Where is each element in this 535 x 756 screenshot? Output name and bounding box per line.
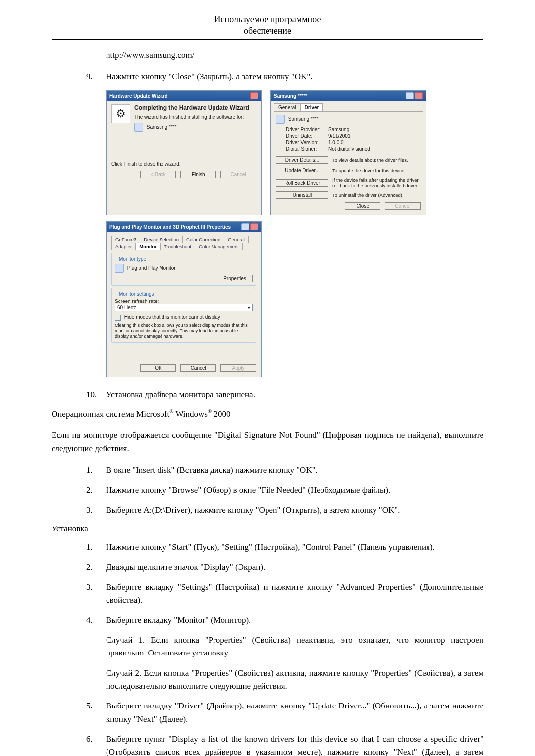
listB-3-text: Выберите вкладку "Settings" (Настройка) …: [106, 581, 483, 607]
listA-1-number: 1.: [52, 464, 106, 477]
listA-1-text: В окне "Insert disk" (Вставка диска) наж…: [106, 464, 483, 477]
monitor-type-group: Monitor type Plug and Play Monitor Prope…: [111, 253, 256, 286]
listA-1: 1. В окне "Insert disk" (Вставка диска) …: [52, 464, 483, 477]
listB-4: 4. Выберите вкладку "Monitor" (Монитор).…: [52, 614, 483, 693]
wizard-big-icon: ⚙: [111, 104, 130, 123]
listB-5-text: Выберите вкладку "Driver" (Драйвер), наж…: [106, 700, 483, 726]
date-value: 9/11/2001: [328, 133, 421, 139]
listB-3-number: 3.: [52, 581, 106, 607]
step-9: 9. Нажмите кнопку "Close" (Закрыть), а з…: [52, 70, 483, 83]
listA-3: 3. Выберите A:(D:\Driver), нажмите кнопк…: [52, 504, 483, 517]
step-10: 10. Установка драйвера монитора завершен…: [52, 388, 483, 401]
close-button[interactable]: Close: [345, 202, 380, 210]
wizard-titlebar: Hardware Update Wizard: [107, 91, 261, 101]
header-line2: обеспечение: [244, 26, 291, 36]
listB-2-number: 2.: [52, 561, 106, 574]
close-icon[interactable]: [250, 92, 258, 99]
rollback-driver-desc: If the device fails after updating the d…: [332, 177, 421, 188]
close-icon[interactable]: [415, 92, 423, 99]
listB-3: 3. Выберите вкладку "Settings" (Настройк…: [52, 581, 483, 607]
tab-device-selection[interactable]: Device Selection: [140, 236, 183, 243]
listB-1-number: 1.: [52, 541, 106, 554]
listB-6-text: Выберите пункт "Display a list of the kn…: [106, 733, 483, 756]
driver-tabbar: General Driver: [274, 103, 423, 112]
tab-color-management[interactable]: Color Management: [195, 243, 243, 250]
hide-modes-checkbox[interactable]: [115, 315, 121, 321]
close-icon[interactable]: [250, 223, 258, 230]
step-10-text: Установка драйвера монитора завершена.: [106, 388, 483, 401]
listB-4-number: 4.: [52, 614, 106, 693]
listA-2: 2. Нажмите кнопку "Browse" (Обзор) в окн…: [52, 484, 483, 497]
os-windows: Windows: [173, 409, 207, 418]
dsnf-intro: Если на мониторе отображается сообщение …: [52, 429, 483, 455]
hide-modes-label: Hide modes that this monitor cannot disp…: [124, 314, 220, 320]
back-button: < Back: [140, 171, 176, 178]
version-value: 1.0.0.0: [328, 140, 421, 145]
listB-2: 2. Дважды щелкните значок "Display" (Экр…: [52, 561, 483, 574]
refresh-rate-label: Screen refresh rate:: [115, 299, 253, 304]
monitor-tabbar: GeForce3 Device Selection Color Correcti…: [111, 236, 256, 250]
driver-device: Samsung ****: [288, 116, 319, 122]
listB-6-number: 6.: [52, 733, 106, 756]
listA-3-text: Выберите A:(D:\Driver), нажмите кнопку "…: [106, 504, 483, 517]
wizard-heading: Completing the Hardware Update Wizard: [134, 104, 256, 111]
update-driver-button[interactable]: Update Driver...: [276, 167, 328, 174]
refresh-rate-dropdown[interactable]: 60 Hertz ▾: [115, 304, 253, 311]
os-2000: 2000: [212, 409, 230, 418]
monitor-icon: [134, 123, 143, 132]
tab-monitor[interactable]: Monitor: [135, 243, 160, 250]
dialog-row: Hardware Update Wizard ⚙ Completing the …: [106, 90, 483, 215]
ok-button[interactable]: OK: [140, 364, 176, 372]
monitor-settings-legend: Monitor settings: [117, 291, 156, 297]
rollback-driver-button[interactable]: Roll Back Driver: [276, 179, 328, 187]
date-label: Driver Date:: [286, 133, 328, 139]
wizard-title: Hardware Update Wizard: [109, 93, 168, 99]
uninstall-desc: To uninstall the driver (Advanced).: [332, 192, 421, 198]
tab-adapter[interactable]: Adapter: [111, 243, 136, 250]
monitor-icon: [115, 264, 124, 273]
tab-geforce3[interactable]: GeForce3: [111, 236, 140, 243]
monitor-icon: [276, 115, 285, 124]
tab-general[interactable]: General: [224, 236, 249, 243]
wizard-finish-hint: Click Finish to close the wizard.: [111, 161, 256, 167]
url-line: http://www.samsung.com/: [106, 50, 483, 60]
signer-value: Not digitally signed: [328, 146, 421, 151]
monitor-titlebar: Plug and Play Monitor and 3D Prophet III…: [107, 222, 261, 232]
provider-label: Driver Provider:: [286, 127, 328, 132]
listB-4-case2: Случай 2. Если кнопка "Properties" (Свой…: [106, 667, 483, 693]
listB-1-text: Нажмите кнопку "Start" (Пуск), "Setting"…: [106, 541, 483, 554]
help-icon[interactable]: [406, 92, 414, 99]
os-prefix: Операционная система Microsoft: [52, 409, 169, 418]
monitor-settings-group: Monitor settings Screen refresh rate: 60…: [111, 288, 256, 343]
tab-general[interactable]: General: [274, 103, 301, 111]
uninstall-button[interactable]: Uninstall: [276, 191, 328, 199]
listB-4-case1: Случай 1. Если кнопка "Properties" (Свой…: [106, 634, 483, 660]
listB-1: 1. Нажмите кнопку "Start" (Пуск), "Setti…: [52, 541, 483, 554]
wizard-device: Samsung ****: [147, 124, 177, 130]
hardware-update-wizard-dialog: Hardware Update Wizard ⚙ Completing the …: [106, 90, 262, 215]
listB-5: 5. Выберите вкладку "Driver" (Драйвер), …: [52, 700, 483, 726]
driver-details-desc: To view details about the driver files.: [332, 157, 421, 163]
update-driver-desc: To update the driver for this device.: [332, 168, 421, 173]
listB-4-text: Выберите вкладку "Monitor" (Монитор).: [106, 615, 251, 625]
listB-2-text: Дважды щелкните значок "Display" (Экран)…: [106, 561, 483, 574]
tab-color-correction[interactable]: Color Correction: [182, 236, 224, 243]
wizard-subtext: The wizard has finished installing the s…: [134, 114, 256, 120]
cancel-button: Cancel: [385, 202, 421, 210]
tab-driver[interactable]: Driver: [300, 103, 323, 111]
properties-button[interactable]: Properties: [217, 275, 253, 282]
help-icon[interactable]: [241, 223, 249, 230]
monitor-type-value: Plug and Play Monitor: [127, 265, 176, 271]
install-heading: Установка: [52, 524, 483, 534]
hide-modes-help: Clearing this check box allows you to se…: [115, 323, 253, 340]
cancel-button[interactable]: Cancel: [180, 364, 216, 372]
tab-troubleshoot[interactable]: Troubleshoot: [160, 243, 195, 250]
apply-button: Apply: [220, 364, 256, 372]
refresh-rate-value: 60 Hertz: [117, 305, 136, 310]
os-line: Операционная система Microsoft® Windows®…: [52, 408, 483, 419]
listB-6: 6. Выберите пункт "Display a list of the…: [52, 733, 483, 756]
page-header: Используемое программное обеспечение: [52, 14, 483, 40]
monitor-dialog-title: Plug and Play Monitor and 3D Prophet III…: [109, 224, 231, 230]
finish-button[interactable]: Finish: [180, 171, 216, 178]
driver-details-button[interactable]: Driver Details...: [276, 156, 328, 164]
